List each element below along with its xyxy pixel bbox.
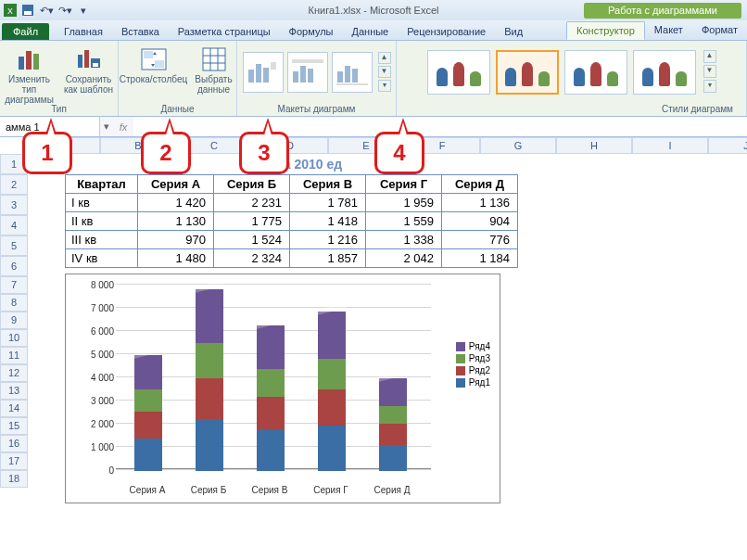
table-header: Серия Б [214, 175, 290, 194]
fx-icon[interactable]: fx [113, 121, 133, 133]
bar-chart-icon [16, 46, 44, 72]
chart-object[interactable]: 01 0002 0003 0004 0005 0006 0007 0008 00… [65, 274, 500, 503]
formula-input[interactable] [133, 117, 747, 136]
styles-scroll-up[interactable]: ▲ [703, 50, 716, 63]
switch-rc-label: Строка/столбец [120, 74, 187, 84]
col-header[interactable]: G [480, 137, 556, 154]
y-tick-label: 3 000 [77, 396, 114, 406]
svg-rect-7 [78, 55, 82, 68]
table-cell: 1 480 [138, 249, 214, 268]
svg-rect-21 [263, 68, 269, 83]
group-data: Строка/столбец Выбрать данные Данные [119, 41, 237, 116]
row-header[interactable]: 15 [0, 417, 28, 435]
tab-data[interactable]: Данные [342, 23, 398, 40]
layout-thumb-1[interactable] [243, 52, 284, 93]
svg-rect-8 [84, 50, 89, 68]
y-tick-label: 2 000 [77, 419, 114, 429]
x-tick-label: Серия Б [183, 485, 234, 495]
row-header[interactable]: 13 [0, 382, 28, 400]
worksheet[interactable]: ABCDEFGHIJ 123456789101112131415161718 ы… [0, 137, 747, 560]
sheet-title-row: ы п за 2010 ед [65, 154, 528, 174]
row-header[interactable]: 3 [0, 195, 28, 215]
select-data-button[interactable]: Выбрать данные [192, 45, 236, 95]
row-header[interactable]: 2 [0, 174, 28, 195]
layouts-more[interactable]: ▾ [378, 80, 391, 92]
table-row-label: III кв [66, 231, 138, 249]
app-icon: X [4, 4, 17, 17]
row-header[interactable]: 5 [0, 235, 28, 256]
tab-view[interactable]: Вид [495, 23, 532, 40]
row-header[interactable]: 6 [0, 256, 28, 276]
table-cell: 2 324 [214, 249, 290, 268]
row-header[interactable]: 17 [0, 452, 28, 470]
style-thumb-4[interactable] [633, 50, 696, 95]
tab-pagelayout[interactable]: Разметка страницы [169, 23, 280, 40]
styles-scroll-down[interactable]: ▼ [703, 65, 716, 78]
row-header[interactable]: 16 [0, 435, 28, 452]
ribbon: Изменить тип диаграммы Сохранить как шаб… [0, 41, 747, 117]
col-header[interactable]: H [556, 137, 632, 154]
row-header[interactable]: 12 [0, 364, 28, 382]
chart-tools-label: Работа с диаграммами [584, 3, 741, 19]
table-header: Квартал [66, 175, 138, 194]
table-header: Серия А [138, 175, 214, 194]
col-header[interactable]: I [632, 137, 708, 154]
table-cell: 1 420 [138, 194, 214, 212]
switch-row-col-button[interactable]: Строка/столбец [120, 45, 188, 84]
y-tick-label: 0 [77, 465, 114, 476]
row-header[interactable]: 10 [0, 329, 28, 347]
layouts-scroll-down[interactable]: ▼ [378, 66, 391, 78]
styles-more[interactable]: ▾ [703, 80, 716, 93]
table-cell: 1 418 [290, 212, 366, 231]
row-header[interactable]: 14 [0, 400, 28, 417]
table-cell: 2 231 [214, 194, 290, 212]
row-header[interactable]: 9 [0, 312, 28, 329]
table-cell: 1 338 [366, 231, 442, 249]
style-thumb-2[interactable] [496, 50, 559, 95]
qat-more-icon[interactable]: ▾ [76, 3, 91, 18]
y-tick-label: 7 000 [77, 303, 114, 313]
tab-home[interactable]: Главная [55, 23, 112, 40]
svg-text:X: X [7, 6, 13, 16]
cells-area: ы п за 2010 ед КварталСерия АСерия БСери… [28, 154, 747, 503]
tab-file[interactable]: Файл [2, 23, 49, 40]
layout-thumb-2[interactable] [287, 52, 328, 93]
svg-rect-26 [308, 69, 313, 83]
tab-review[interactable]: Рецензирование [398, 23, 495, 40]
tab-format[interactable]: Формат [692, 21, 747, 40]
layout-thumb-3[interactable] [332, 52, 373, 93]
svg-rect-25 [300, 66, 306, 83]
row-header[interactable]: 4 [0, 215, 28, 235]
tab-design[interactable]: Конструктор [566, 21, 645, 40]
table-cell: 1 216 [290, 231, 366, 249]
row-headers: 123456789101112131415161718 [0, 154, 28, 488]
group-styles: ▲ ▼ ▾ Стили диаграмм [397, 41, 747, 116]
y-tick-label: 6 000 [77, 326, 114, 337]
row-header[interactable]: 11 [0, 347, 28, 364]
row-header[interactable]: 18 [0, 470, 28, 488]
row-header[interactable]: 8 [0, 294, 28, 312]
x-tick-label: Серия Г [305, 485, 357, 495]
save-as-template-button[interactable]: Сохранить как шаблон [61, 45, 117, 95]
tab-layout[interactable]: Макет [645, 21, 692, 40]
style-thumb-1[interactable] [427, 50, 490, 95]
table-header: Серия Д [442, 175, 518, 194]
table-row-label: IV кв [66, 249, 138, 268]
template-icon [75, 46, 103, 72]
redo-icon[interactable]: ↷▾ [57, 3, 72, 18]
tab-formulas[interactable]: Формулы [280, 23, 343, 40]
change-chart-type-button[interactable]: Изменить тип диаграммы [2, 45, 57, 105]
col-header[interactable]: J [708, 137, 747, 154]
svg-rect-30 [336, 83, 368, 85]
style-thumb-3[interactable] [564, 50, 627, 95]
tab-insert[interactable]: Вставка [112, 23, 169, 40]
layouts-scroll-up[interactable]: ▲ [378, 52, 391, 64]
undo-icon[interactable]: ↶▾ [39, 3, 54, 18]
x-tick-label: Серия А [121, 485, 173, 495]
row-header[interactable]: 7 [0, 276, 28, 294]
group-data-label: Данные [160, 104, 194, 114]
save-icon[interactable] [20, 3, 35, 18]
chart-legend: Ряд4Ряд3Ряд2Ряд1 [456, 339, 490, 389]
namebox-dropdown-icon[interactable]: ▾ [100, 121, 113, 133]
table-row-label: II кв [66, 212, 138, 231]
